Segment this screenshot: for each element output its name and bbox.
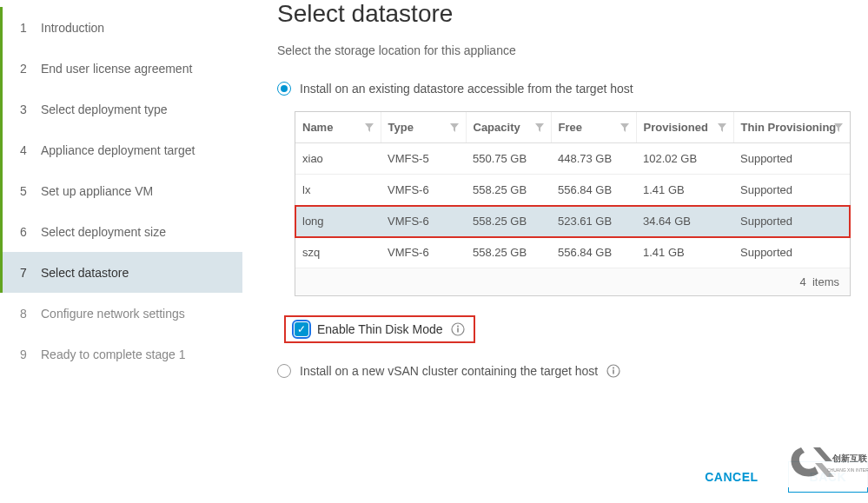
filter-icon[interactable] (718, 123, 726, 132)
cell-capacity: 558.25 GB (466, 175, 551, 206)
cell-type: VMFS-6 (381, 206, 466, 237)
step-number: 3 (20, 103, 36, 116)
step-label: Ready to complete stage 1 (41, 347, 186, 361)
step-number: 6 (20, 225, 36, 239)
cell-type: VMFS-6 (381, 175, 466, 206)
wizard-step-8[interactable]: 8Configure network settings (0, 293, 242, 334)
table-row[interactable]: xiaoVMFS-5550.75 GB448.73 GB102.02 GBSup… (295, 143, 850, 175)
col-provisioned[interactable]: Provisioned (636, 112, 733, 143)
wizard-sidebar: 1Introduction2End user license agreement… (0, 0, 242, 503)
wizard-step-4[interactable]: 4Appliance deployment target (0, 129, 242, 170)
thin-disk-option[interactable]: ✓ Enable Thin Disk Mode (284, 315, 475, 343)
wizard-step-3[interactable]: 3Select deployment type (0, 89, 242, 129)
filter-icon[interactable] (834, 123, 843, 132)
col-name[interactable]: Name (295, 112, 381, 143)
step-label: Select datastore (41, 266, 129, 280)
step-label: Set up appliance VM (41, 184, 153, 198)
svg-point-1 (457, 326, 459, 328)
cell-type: VMFS-6 (381, 237, 466, 268)
wizard-step-2[interactable]: 2End user license agreement (0, 48, 242, 89)
col-free[interactable]: Free (551, 112, 636, 143)
col-capacity[interactable]: Capacity (466, 112, 551, 143)
info-icon[interactable] (451, 322, 465, 336)
table-row[interactable]: szqVMFS-6558.25 GB556.84 GB1.41 GBSuppor… (295, 237, 850, 268)
wizard-step-7[interactable]: 7Select datastore (0, 252, 242, 293)
svg-point-4 (613, 367, 614, 369)
cell-free: 556.84 GB (551, 237, 636, 268)
cell-name: xiao (295, 143, 381, 175)
filter-icon[interactable] (450, 123, 459, 132)
cancel-button[interactable]: CANCEL (692, 461, 770, 493)
step-label: Configure network settings (41, 307, 185, 321)
page-title: Select datastore (277, 0, 868, 28)
wizard-step-9[interactable]: 9Ready to complete stage 1 (0, 334, 242, 374)
radio-unselected-icon[interactable] (277, 364, 291, 378)
cell-name: lx (295, 175, 381, 206)
option-install-vsan[interactable]: Install on a new vSAN cluster containing… (277, 364, 868, 378)
cell-free: 448.73 GB (551, 143, 636, 175)
cell-thin: Supported (733, 175, 850, 206)
page-subtitle: Select the storage location for this app… (277, 43, 868, 57)
checkbox-checked-icon[interactable]: ✓ (295, 322, 308, 336)
cell-provisioned: 1.41 GB (636, 175, 733, 206)
cell-provisioned: 102.02 GB (636, 143, 733, 175)
filter-icon[interactable] (620, 123, 629, 132)
cell-name: szq (295, 237, 381, 268)
cell-capacity: 558.25 GB (466, 237, 551, 268)
cell-thin: Supported (733, 237, 850, 268)
cell-provisioned: 1.41 GB (636, 237, 733, 268)
table-footer: 4 items (295, 268, 850, 295)
thin-disk-label: Enable Thin Disk Mode (317, 322, 442, 336)
wizard-step-5[interactable]: 5Set up appliance VM (0, 170, 242, 211)
wizard-step-6[interactable]: 6Select deployment size (0, 211, 242, 252)
step-number: 4 (20, 143, 36, 157)
step-label: End user license agreement (41, 62, 192, 76)
filter-icon[interactable] (535, 123, 544, 132)
cell-type: VMFS-5 (381, 143, 466, 175)
step-label: Select deployment type (41, 103, 168, 116)
main-content: Select datastore Select the storage loca… (242, 0, 868, 503)
radio-selected-icon[interactable] (277, 82, 291, 96)
cell-thin: Supported (733, 206, 850, 237)
step-number: 7 (20, 266, 36, 280)
col-type[interactable]: Type (381, 112, 466, 143)
step-number: 5 (20, 184, 36, 198)
item-label: items (812, 275, 839, 288)
table-row[interactable]: longVMFS-6558.25 GB523.61 GB34.64 GBSupp… (295, 206, 850, 237)
col-thin[interactable]: Thin Provisioning (733, 112, 850, 143)
svg-rect-2 (458, 328, 460, 333)
option-install-vsan-label: Install on a new vSAN cluster containing… (300, 364, 598, 378)
cell-free: 556.84 GB (551, 175, 636, 206)
step-number: 8 (20, 307, 36, 321)
info-icon[interactable] (606, 364, 620, 378)
option-install-existing-label: Install on an existing datastore accessi… (300, 82, 633, 96)
cell-capacity: 550.75 GB (466, 143, 551, 175)
cell-free: 523.61 GB (551, 206, 636, 237)
step-label: Introduction (41, 21, 104, 35)
wizard-actions: CANCEL BACK (692, 461, 868, 493)
datastore-table: Name Type Capacity Free Provisioned Thin… (295, 111, 851, 296)
step-number: 2 (20, 62, 36, 76)
option-install-existing[interactable]: Install on an existing datastore accessi… (277, 82, 868, 96)
step-label: Appliance deployment target (41, 143, 195, 157)
item-count: 4 (799, 275, 805, 288)
table-header-row: Name Type Capacity Free Provisioned Thin… (295, 112, 850, 143)
wizard-step-1[interactable]: 1Introduction (0, 7, 242, 48)
cell-capacity: 558.25 GB (466, 206, 551, 237)
step-number: 9 (20, 347, 36, 361)
step-number: 1 (20, 21, 36, 35)
cell-name: long (295, 206, 381, 237)
cell-provisioned: 34.64 GB (636, 206, 733, 237)
step-label: Select deployment size (41, 225, 166, 239)
back-button[interactable]: BACK (788, 461, 868, 493)
cell-thin: Supported (733, 143, 850, 175)
svg-rect-5 (613, 370, 614, 374)
table-row[interactable]: lxVMFS-6558.25 GB556.84 GB1.41 GBSupport… (295, 175, 850, 206)
filter-icon[interactable] (365, 123, 374, 132)
